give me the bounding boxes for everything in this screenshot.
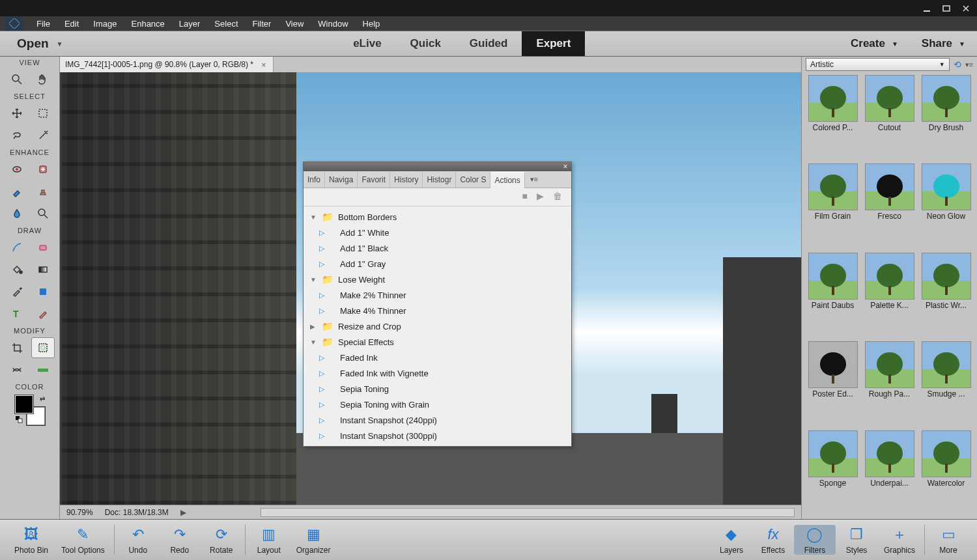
panel-menu-icon[interactable]: ▾≡ — [965, 61, 973, 69]
action-item[interactable]: ▷Make 2% Thinner — [304, 287, 571, 303]
filter-item[interactable]: Watercolor — [920, 430, 972, 516]
blur-tool[interactable] — [5, 203, 29, 224]
spot-heal-tool[interactable] — [31, 159, 55, 180]
close-tab-icon[interactable]: × — [260, 60, 268, 70]
filter-item[interactable]: Paint Daubs — [807, 253, 858, 339]
action-item[interactable]: ▷Instant Snapshot (240ppi) — [304, 412, 571, 428]
filter-item[interactable]: Poster Ed... — [807, 341, 858, 427]
styles-button[interactable]: ❐Styles — [836, 525, 877, 555]
magic-wand-tool[interactable] — [31, 125, 55, 146]
action-item[interactable]: ▷Sepia Toning with Grain — [304, 397, 571, 412]
horizontal-scrollbar[interactable] — [261, 508, 795, 517]
action-item[interactable]: ▷Add 1" Gray — [304, 256, 571, 272]
disclosure-icon[interactable]: ▼ — [310, 214, 318, 221]
reset-icon[interactable]: ⟲ — [954, 59, 961, 70]
action-group[interactable]: ▼📁Bottom Borders — [304, 209, 571, 225]
menu-view[interactable]: View — [279, 18, 310, 30]
maximize-button[interactable] — [937, 2, 956, 15]
trash-icon[interactable]: 🗑 — [553, 191, 562, 203]
chevron-down-icon[interactable]: ▼ — [892, 40, 898, 48]
eyedropper-tool[interactable] — [5, 281, 29, 302]
filter-item[interactable]: Underpai... — [864, 430, 915, 516]
pencil-tool[interactable] — [31, 303, 55, 324]
action-item[interactable]: ▷Faded Ink — [304, 350, 571, 365]
panel-tab-histogram[interactable]: Histogr — [423, 171, 456, 188]
smart-brush-tool[interactable] — [5, 181, 29, 202]
filters-button[interactable]: ◯Filters — [794, 525, 836, 555]
tool-options-button[interactable]: ✎Tool Options — [55, 525, 111, 555]
zoom-level[interactable]: 90.79% — [66, 508, 93, 517]
recompose-tool[interactable] — [31, 337, 55, 358]
mode-expert[interactable]: Expert — [522, 31, 585, 56]
filter-item[interactable]: Film Grain — [807, 163, 858, 249]
move-tool[interactable] — [5, 103, 29, 124]
panel-tab-navigator[interactable]: Naviga — [325, 171, 358, 188]
panel-tab-info[interactable]: Info — [304, 171, 325, 188]
hand-tool[interactable] — [31, 69, 55, 90]
sponge-tool[interactable] — [31, 203, 55, 224]
panel-tab-actions[interactable]: Actions — [490, 172, 524, 188]
filter-item[interactable]: Colored P... — [807, 75, 858, 161]
content-aware-tool[interactable] — [5, 359, 29, 380]
menu-edit[interactable]: Edit — [58, 18, 85, 30]
graphics-button[interactable]: ＋Graphics — [877, 525, 922, 555]
action-item[interactable]: ▷Instant Snapshot (300ppi) — [304, 428, 571, 443]
default-colors-icon[interactable] — [15, 415, 23, 425]
action-item[interactable]: ▷Sepia Toning — [304, 381, 571, 397]
canvas[interactable]: × Info Naviga Favorit History Histogr Co… — [60, 72, 801, 505]
action-group[interactable]: ▼📁Special Effects — [304, 334, 571, 350]
menu-enhance[interactable]: Enhance — [125, 18, 171, 30]
menu-window[interactable]: Window — [311, 18, 354, 30]
layout-button[interactable]: ▥Layout — [248, 525, 290, 555]
organizer-button[interactable]: ▦Organizer — [290, 525, 337, 555]
brush-tool[interactable] — [5, 237, 29, 258]
shape-tool[interactable] — [31, 281, 55, 302]
document-tab[interactable]: IMG_7442[1]-0005-1.png @ 90.8% (Layer 0,… — [60, 57, 274, 72]
stop-icon[interactable]: ■ — [522, 191, 528, 203]
filter-item[interactable]: Smudge ... — [920, 341, 972, 427]
clone-stamp-tool[interactable] — [31, 181, 55, 202]
more-button[interactable]: ▭More — [927, 525, 969, 555]
panel-close-icon[interactable]: × — [559, 162, 571, 171]
disclosure-icon[interactable]: ▼ — [310, 276, 318, 283]
menu-file[interactable]: File — [30, 18, 57, 30]
action-group[interactable]: ▼📁Lose Weight — [304, 272, 571, 287]
menu-help[interactable]: Help — [356, 18, 387, 30]
filter-item[interactable]: Neon Glow — [920, 163, 972, 249]
action-item[interactable]: ▷Make 4% Thinner — [304, 303, 571, 318]
filter-item[interactable]: Cutout — [864, 75, 915, 161]
disclosure-icon[interactable]: ▶ — [310, 323, 318, 330]
filter-item[interactable]: Dry Brush — [920, 75, 972, 161]
mode-quick[interactable]: Quick — [396, 31, 455, 56]
menu-select[interactable]: Select — [208, 18, 244, 30]
marquee-tool[interactable] — [31, 103, 55, 124]
action-group[interactable]: ▶📁Resize and Crop — [304, 318, 571, 334]
mode-elive[interactable]: eLive — [339, 31, 395, 56]
rotate-button[interactable]: ⟳Rotate — [201, 525, 242, 555]
menu-image[interactable]: Image — [87, 18, 123, 30]
redeye-tool[interactable] — [5, 159, 29, 180]
action-item[interactable]: ▷Add 1" Black — [304, 240, 571, 256]
menu-layer[interactable]: Layer — [173, 18, 207, 30]
play-icon[interactable]: ▶ — [537, 191, 544, 203]
photo-bin-button[interactable]: 🖼Photo Bin — [8, 525, 55, 555]
action-item[interactable]: ▷Faded Ink with Vignette — [304, 365, 571, 381]
foreground-color[interactable] — [15, 395, 33, 413]
actions-list[interactable]: ▼📁Bottom Borders▷Add 1" White▷Add 1" Bla… — [304, 206, 571, 446]
color-swatch[interactable]: ⇄ — [15, 395, 45, 425]
panel-tab-color[interactable]: Color S — [456, 171, 490, 188]
filter-category-select[interactable]: Artistic ▼ — [806, 58, 950, 71]
paint-bucket-tool[interactable] — [5, 259, 29, 280]
open-dropdown[interactable]: Open ▼ — [0, 36, 73, 51]
menu-filter[interactable]: Filter — [246, 18, 278, 30]
panel-tab-favorites[interactable]: Favorit — [358, 171, 390, 188]
close-button[interactable] — [956, 2, 976, 15]
crop-tool[interactable] — [5, 337, 29, 358]
filter-item[interactable]: Rough Pa... — [864, 341, 915, 427]
minimize-button[interactable] — [917, 2, 937, 15]
lasso-tool[interactable] — [5, 125, 29, 146]
action-item[interactable]: ▷Add 1" White — [304, 225, 571, 240]
effects-button[interactable]: fxEffects — [752, 525, 794, 555]
layers-button[interactable]: ◆Layers — [711, 525, 752, 555]
gradient-tool[interactable] — [31, 259, 55, 280]
